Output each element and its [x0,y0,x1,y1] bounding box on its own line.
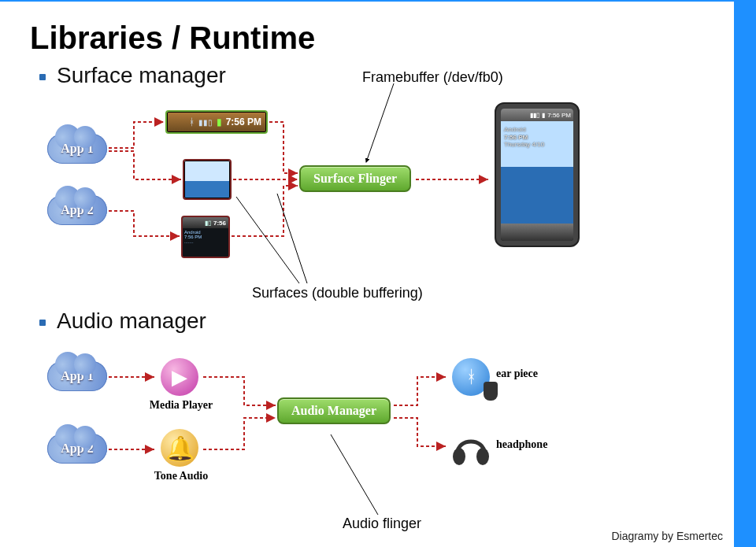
top-accent-line [0,0,734,2]
signal-icon: ▮▮▯ [530,112,539,119]
headphone-icon [449,426,493,470]
tone-audio-icon: 🔔 [158,426,202,470]
cloud-app1: App 1 [47,134,107,164]
ear-piece-icon: ᚼ [449,355,493,399]
bullet-text: Surface manager [57,63,226,88]
cloud-app1-label: App 1 [47,134,107,164]
diagram-credit: Diagramy by Esmertec [611,530,723,542]
bullet-text: Audio manager [57,309,206,334]
battery-icon: ▮ [217,116,222,128]
annot-surfaces-double-buffering: Surfaces (double buffering) [252,285,423,301]
side-accent-strip [734,0,756,547]
statusbar-time: 7:56 PM [226,116,261,128]
cloud-app2-audio: App 2 [47,434,107,464]
thumb-app2-surface: ▮▯7:56 Android7:56 PM....... [181,216,230,258]
thumb-wallpaper [183,159,232,200]
phone-time: 7:56 PM [547,112,571,119]
media-player-label: Media Player [134,399,228,412]
phone-overlay-text: Android7:56 PMThursday 4/10 [504,126,544,149]
thumb-statusbar: ᚼ ▮▮▯ ▮ 7:56 PM [165,110,268,134]
surface-diagram: App 1 App 2 ᚼ ▮▮▯ ▮ 7:56 PM ▮▯7:56 Andro… [47,110,693,275]
bullet-audio-manager: Audio manager [39,309,206,334]
cloud-app1-audio: App 1 [47,361,107,391]
cloud-app2-audio-label: App 2 [47,434,107,464]
media-player-icon: ▶ [158,355,202,399]
cloud-app2: App 2 [47,195,107,225]
svg-point-4 [476,448,489,465]
tone-audio-label: Tone Audio [134,470,228,482]
annot-audio-flinger: Audio flinger [343,516,421,532]
svg-point-3 [453,448,465,465]
phone-composite: ▮▮▯▮7:56 PM Android7:56 PMThursday 4/10 [495,102,580,247]
headphone-label: headphone [496,438,591,451]
thumb-time: 7:56 [213,220,226,227]
surface-connectors [47,110,693,275]
battery-icon: ▮ [542,112,545,119]
bullet-dot [39,320,46,326]
bullet-dot [39,74,46,80]
surface-flinger-box: Surface Flinger [299,165,411,192]
bullet-surface-manager: Surface manager [39,63,226,88]
audio-diagram: App 1 App 2 ▶ Media Player 🔔 Tone Audio … [47,350,693,492]
cloud-app1-audio-label: App 1 [47,361,107,391]
audio-manager-box: Audio Manager [277,397,391,424]
signal-icon: ▮▮▯ [198,118,213,127]
annot-framebuffer: Framebuffer (/dev/fb0) [362,69,503,86]
ear-piece-label: ear piece [496,368,591,380]
signal-icon: ▮▯ [205,220,211,227]
bluetooth-icon: ᚼ [189,116,195,128]
cloud-app2-label: App 2 [47,195,107,225]
slide-title: Libraries / Runtime [30,20,315,56]
